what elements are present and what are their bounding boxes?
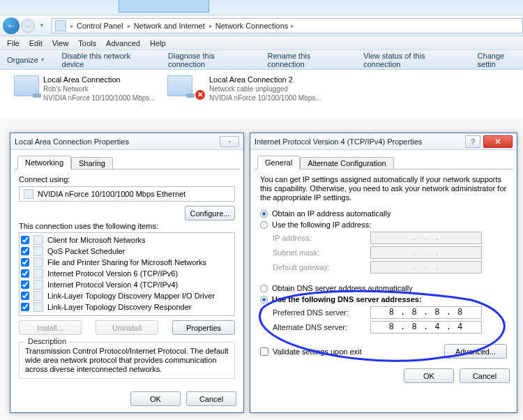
- breadcrumb-3[interactable]: ▸Network Connections▸: [206, 22, 298, 30]
- ok-button[interactable]: OK: [404, 368, 454, 383]
- description-group: Transmission Control Protocol/Internet P…: [19, 342, 235, 379]
- subnet-input: . . .: [370, 246, 482, 259]
- item-lltd-mapper: Link-Layer Topology Discovery Mapper I/O…: [47, 290, 215, 301]
- description-text: Transmission Control Protocol/Internet P…: [25, 347, 229, 374]
- explorer-navbar: ← → ▼ ▸Control Panel ▸Network and Intern…: [0, 15, 523, 36]
- breadcrumb-2[interactable]: ▸Network and Internet: [125, 22, 205, 30]
- connection-status: Network cable unplugged: [209, 84, 321, 93]
- item-ipv6: Internet Protocol Version 6 (TCP/IPv6): [47, 268, 178, 279]
- dialog-title: Local Area Connection Properties: [15, 137, 129, 146]
- adapter-icon: [24, 189, 33, 199]
- client-icon: [33, 235, 43, 245]
- proto-icon: [33, 269, 43, 278]
- chk-file-print[interactable]: [21, 258, 29, 267]
- alt-dns-label: Alternate DNS server:: [273, 323, 370, 331]
- nav-forward-button[interactable]: →: [21, 19, 35, 33]
- share-icon: [33, 257, 43, 267]
- cmd-change[interactable]: Change settin: [478, 52, 523, 68]
- item-file-print: File and Printer Sharing for Microsoft N…: [47, 257, 206, 268]
- menu-tools[interactable]: Tools: [78, 39, 96, 47]
- radio-icon: [260, 296, 268, 303]
- cmd-organize[interactable]: Organize▼: [7, 56, 45, 64]
- item-ipv4: Internet Protocol Version 4 (TCP/IPv4): [47, 279, 178, 290]
- proto-icon: [33, 291, 43, 301]
- menu-view[interactable]: View: [52, 39, 69, 47]
- configure-button[interactable]: Configure...: [185, 206, 235, 220]
- ip-input: . . .: [370, 232, 482, 244]
- connection-title: Local Area Connection: [43, 75, 156, 84]
- pref-dns-label: Preferred DNS server:: [273, 308, 370, 317]
- ok-button[interactable]: OK: [130, 391, 181, 406]
- breadcrumb-1[interactable]: ▸Control Panel: [68, 22, 123, 30]
- cmd-viewstatus[interactable]: View status of this connection: [363, 52, 460, 68]
- radio-dns-manual[interactable]: Use the following DNS server addresses:: [260, 295, 507, 303]
- cmd-disable[interactable]: Disable this network device: [62, 52, 151, 68]
- radio-ip-auto[interactable]: Obtain an IP address automatically: [260, 209, 507, 218]
- gateway-label: Default gateway:: [273, 263, 370, 271]
- adapter-name: NVIDIA nForce 10/100/1000 Mbps Ethernet: [38, 190, 185, 198]
- radio-dns-auto[interactable]: Obtain DNS server address automatically: [260, 284, 507, 292]
- radio-icon: [260, 210, 268, 218]
- cancel-button[interactable]: Cancel: [186, 391, 236, 406]
- cmd-rename[interactable]: Rename this connection: [267, 52, 347, 68]
- cmd-diagnose[interactable]: Diagnose this connection: [168, 52, 250, 68]
- connection-item-1[interactable]: Local Area Connection Rob's Network NVID…: [14, 75, 156, 103]
- items-label: This connection uses the following items…: [19, 222, 235, 230]
- lac-properties-dialog: Local Area Connection Properties ▫ Netwo…: [10, 133, 244, 413]
- ip-label: IP address:: [273, 234, 370, 242]
- menu-advanced[interactable]: Advanced: [106, 39, 140, 47]
- chk-ipv6[interactable]: [21, 269, 29, 278]
- protocol-list[interactable]: Client for Microsoft Networks QoS Packet…: [19, 232, 235, 316]
- network-adapter-icon: [14, 75, 39, 96]
- menu-file[interactable]: File: [7, 39, 20, 47]
- ipv4-properties-dialog: Internet Protocol Version 4 (TCP/IPv4) P…: [250, 133, 517, 413]
- chk-client-ms[interactable]: [21, 236, 29, 244]
- pref-dns-input[interactable]: 8 . 8 . 8 . 8: [370, 306, 482, 319]
- validate-checkbox[interactable]: [260, 347, 268, 356]
- connection-title: Local Area Connection 2: [209, 75, 321, 84]
- connections-pane: Local Area Connection Rob's Network NVID…: [0, 70, 523, 119]
- radio-ip-manual[interactable]: Use the following IP address:: [260, 220, 507, 229]
- tab-alternate[interactable]: Alternate Configuration: [300, 157, 394, 170]
- location-icon: [55, 20, 66, 31]
- tab-general[interactable]: General: [257, 156, 300, 170]
- network-adapter-icon: [167, 75, 192, 96]
- radio-icon: [260, 285, 268, 292]
- info-text: You can get IP settings assigned automat…: [260, 175, 507, 202]
- proto-icon: [33, 280, 43, 290]
- menu-bar: File Edit View Tools Advanced Help: [0, 36, 523, 50]
- item-client-ms: Client for Microsoft Networks: [47, 234, 146, 246]
- properties-button[interactable]: Properties: [172, 320, 235, 335]
- command-bar: Organize▼ Disable this network device Di…: [0, 50, 523, 70]
- connect-using-label: Connect using:: [19, 175, 235, 183]
- dialog-minimize-aux[interactable]: ▫: [220, 136, 239, 147]
- tab-networking[interactable]: Networking: [17, 156, 71, 170]
- chk-lltd-responder[interactable]: [21, 303, 29, 311]
- chk-ipv4[interactable]: [21, 280, 29, 289]
- dialog-title: Internet Protocol Version 4 (TCP/IPv4) P…: [255, 137, 422, 146]
- tab-sharing[interactable]: Sharing: [71, 157, 113, 170]
- connection-device: NVIDIA nForce 10/100/1000 Mbps...: [43, 93, 156, 103]
- chk-qos[interactable]: [21, 247, 29, 255]
- address-bar[interactable]: ▸Control Panel ▸Network and Internet ▸Ne…: [52, 18, 523, 33]
- chk-lltd-mapper[interactable]: [21, 292, 29, 300]
- uninstall-button[interactable]: Uninstall: [96, 320, 158, 335]
- proto-icon: [33, 302, 43, 312]
- advanced-button[interactable]: Advanced...: [444, 344, 507, 359]
- menu-help[interactable]: Help: [150, 39, 166, 47]
- radio-icon: [260, 221, 268, 229]
- item-qos: QoS Packet Scheduler: [47, 246, 125, 257]
- nav-back-button[interactable]: ←: [3, 17, 20, 34]
- alt-dns-input[interactable]: 8 . 8 . 4 . 4: [370, 321, 482, 333]
- connection-status: Rob's Network: [43, 84, 156, 93]
- close-button[interactable]: ✕: [483, 135, 513, 148]
- install-button[interactable]: Install...: [19, 320, 82, 335]
- cancel-button[interactable]: Cancel: [460, 368, 510, 383]
- connection-item-2[interactable]: ✕ Local Area Connection 2 Network cable …: [167, 75, 321, 103]
- subnet-label: Subnet mask:: [273, 248, 370, 257]
- menu-edit[interactable]: Edit: [29, 39, 43, 47]
- validate-checkbox-row[interactable]: Validate settings upon exit: [260, 346, 362, 357]
- help-button[interactable]: ?: [465, 135, 480, 148]
- nav-history-dropdown[interactable]: ▼: [39, 22, 47, 29]
- qos-icon: [33, 246, 43, 256]
